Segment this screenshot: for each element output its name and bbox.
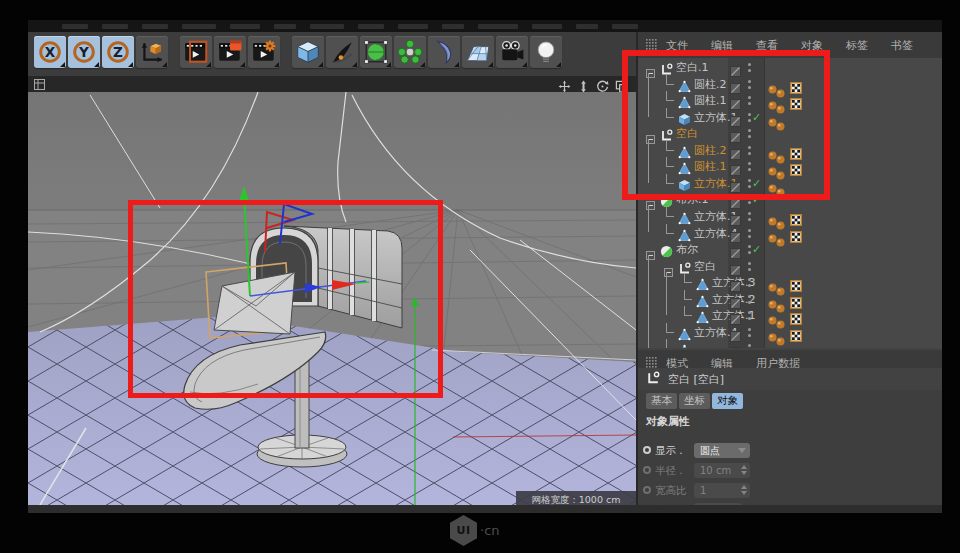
render-picture-viewer-button[interactable] <box>214 36 246 68</box>
display-toggle-icon[interactable] <box>730 261 741 272</box>
material-tag-icon[interactable] <box>776 281 785 290</box>
uvw-tag-icon[interactable] <box>790 79 802 91</box>
add-array-button[interactable] <box>394 36 426 68</box>
material-tag-icon[interactable] <box>776 83 785 92</box>
uvw-tag-icon[interactable] <box>790 145 802 157</box>
render-visibility-dot[interactable] <box>748 235 751 238</box>
object-row[interactable]: 圆柱.2 <box>638 77 942 93</box>
object-name[interactable]: 圆柱.2 <box>694 145 727 157</box>
render-visibility-dot[interactable] <box>748 268 751 271</box>
object-row[interactable]: 圆柱.2 <box>638 143 942 159</box>
render-visibility-dot[interactable] <box>748 185 751 188</box>
material-tag-icon[interactable] <box>768 343 777 348</box>
expand-toggle-icon[interactable] <box>664 262 673 271</box>
render-visibility-dot[interactable] <box>748 69 751 72</box>
object-row[interactable]: 立方体.1✓ <box>638 110 942 126</box>
uvw-tag-icon[interactable] <box>790 228 802 240</box>
display-toggle-icon[interactable] <box>730 211 741 222</box>
render-visibility-dot[interactable] <box>748 86 751 89</box>
material-tag-icon[interactable] <box>776 165 785 174</box>
viewport-menu-icon[interactable] <box>34 75 45 94</box>
add-deformer-button[interactable] <box>428 36 460 68</box>
editor-visibility-dot[interactable] <box>748 162 751 165</box>
spinner-arrows-icon[interactable] <box>741 485 747 495</box>
editor-visibility-dot[interactable] <box>748 328 751 331</box>
material-tag-icon[interactable] <box>776 298 785 307</box>
editor-visibility-dot[interactable] <box>748 146 751 149</box>
display-toggle-icon[interactable] <box>730 112 741 123</box>
editor-visibility-dot[interactable] <box>748 113 751 116</box>
coordinate-system-button[interactable] <box>136 36 168 68</box>
editor-visibility-dot[interactable] <box>748 262 751 265</box>
editor-visibility-dot[interactable] <box>748 129 751 132</box>
display-toggle-icon[interactable] <box>730 277 741 288</box>
zoom-view-icon[interactable] <box>577 78 590 91</box>
editor-visibility-dot[interactable] <box>748 179 751 182</box>
tab-attr[interactable]: 坐标 <box>679 393 710 409</box>
object-manager-menu-item[interactable]: 书签 <box>891 38 913 53</box>
uvw-tag-icon[interactable] <box>790 327 802 339</box>
object-manager-menu-item[interactable]: 标签 <box>846 38 868 53</box>
object-row[interactable] <box>638 341 942 348</box>
expand-toggle-icon[interactable] <box>646 129 655 138</box>
uvw-tag-icon[interactable] <box>790 277 802 289</box>
object-manager-menu-item[interactable]: 编辑 <box>711 38 733 53</box>
material-tag-icon[interactable] <box>776 331 785 340</box>
display-toggle-icon[interactable] <box>730 161 741 172</box>
display-toggle-icon[interactable] <box>730 343 741 348</box>
display-toggle-icon[interactable] <box>730 228 741 239</box>
object-name[interactable]: 圆柱.1 <box>694 95 727 107</box>
enabled-check-icon[interactable]: ✓ <box>752 243 761 256</box>
render-view-button[interactable] <box>180 36 212 68</box>
viewport-canvas[interactable]: 网格宽度 : 1000 cm <box>28 92 636 505</box>
editor-visibility-dot[interactable] <box>748 212 751 215</box>
expand-toggle-icon[interactable] <box>646 63 655 72</box>
add-spline-pen-button[interactable] <box>326 36 358 68</box>
object-row[interactable]: 圆柱.1 <box>638 93 942 109</box>
uvw-tag-icon[interactable] <box>790 310 802 322</box>
editor-visibility-dot[interactable] <box>748 195 751 198</box>
editor-visibility-dot[interactable] <box>748 344 751 347</box>
render-visibility-dot[interactable] <box>748 119 751 122</box>
add-cube-primitive-button[interactable] <box>292 36 324 68</box>
material-tag-icon[interactable] <box>776 149 785 158</box>
add-light-button[interactable] <box>530 36 562 68</box>
display-toggle-icon[interactable] <box>730 244 741 255</box>
render-settings-button[interactable] <box>248 36 280 68</box>
add-floor-button[interactable] <box>462 36 494 68</box>
display-toggle-icon[interactable] <box>730 194 741 205</box>
expand-toggle-icon[interactable] <box>646 245 655 254</box>
uvw-tag-icon[interactable] <box>790 95 802 107</box>
property-toggle[interactable] <box>643 446 651 454</box>
add-camera-button[interactable] <box>496 36 528 68</box>
display-toggle-icon[interactable] <box>730 327 741 338</box>
tab-attr[interactable]: 基本 <box>646 393 677 409</box>
object-manager-menu-item[interactable]: 查看 <box>756 38 778 53</box>
render-visibility-dot[interactable] <box>748 334 751 337</box>
object-row[interactable]: 布尔.1✓ <box>638 192 942 208</box>
object-name[interactable]: 布尔 <box>676 244 698 256</box>
object-name[interactable]: 布尔.1 <box>676 194 709 206</box>
tab-selected-attr[interactable]: 对象 <box>712 393 743 409</box>
object-name[interactable]: 空白 <box>694 261 716 273</box>
lock-z-axis-button[interactable]: Z <box>102 36 134 68</box>
object-name[interactable]: 空白.1 <box>676 62 709 74</box>
add-subdivision-surface-button[interactable] <box>360 36 392 68</box>
object-row[interactable]: 布尔✓ <box>638 242 942 258</box>
material-tag-icon[interactable] <box>776 314 785 323</box>
object-manager-menu-item[interactable]: 对象 <box>801 38 823 53</box>
uvw-tag-icon[interactable] <box>790 161 802 173</box>
object-row[interactable]: 立方体.1 <box>638 308 942 324</box>
material-tag-icon[interactable] <box>776 215 785 224</box>
object-row[interactable]: 圆柱.1 <box>638 159 942 175</box>
material-tag-icon[interactable] <box>776 232 785 241</box>
render-visibility-dot[interactable] <box>748 201 751 204</box>
display-toggle-icon[interactable] <box>730 294 741 305</box>
object-row[interactable]: 空白.1 <box>638 60 942 76</box>
enabled-check-icon[interactable]: ✓ <box>752 193 761 206</box>
object-row[interactable]: 立方体.4 <box>638 226 942 242</box>
object-row[interactable]: 立方体.1 <box>638 209 942 225</box>
render-visibility-dot[interactable] <box>748 301 751 304</box>
editor-visibility-dot[interactable] <box>748 63 751 66</box>
display-toggle-icon[interactable] <box>730 178 741 189</box>
